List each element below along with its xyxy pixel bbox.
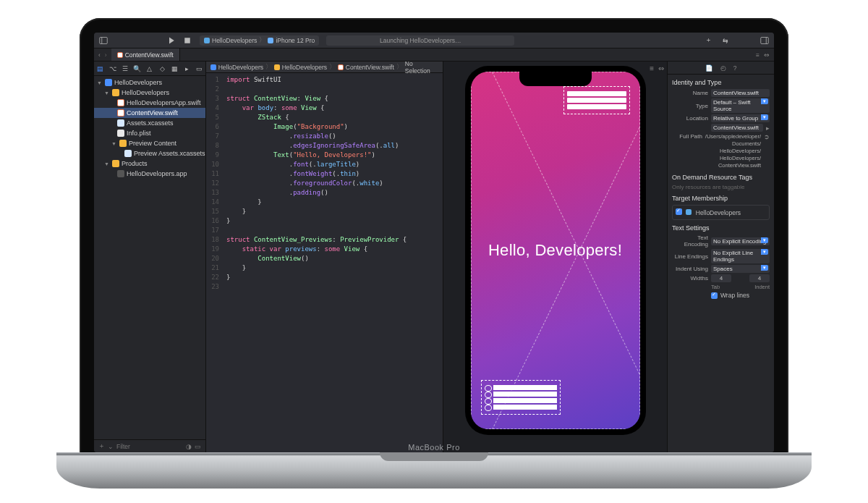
- indent-using-select[interactable]: Spaces: [711, 265, 770, 273]
- editor-area: HelloDevelopers 〉 HelloDevelopers 〉 Cont…: [206, 62, 667, 452]
- svg-rect-3: [184, 38, 190, 43]
- scheme-target: HelloDevelopers: [212, 37, 257, 44]
- code-text[interactable]: import SwiftUI struct ContentView: View …: [222, 73, 443, 452]
- file-inspector-icon[interactable]: 📄: [705, 64, 713, 72]
- code-editor-pane: HelloDevelopers 〉 HelloDevelopers 〉 Cont…: [206, 62, 443, 452]
- sidebar-toggle-icon[interactable]: [98, 35, 109, 46]
- device-bezel: Hello, Developers!: [465, 66, 646, 435]
- location-file: ContentView.swift: [711, 124, 763, 132]
- svg-rect-4: [761, 37, 769, 43]
- section-odr: On Demand Resource Tags: [672, 174, 770, 181]
- recent-filter-icon[interactable]: ◑: [186, 443, 192, 450]
- debug-navigator-icon[interactable]: ▦: [170, 64, 179, 74]
- tree-file-assets[interactable]: Assets.xcassets: [94, 118, 205, 128]
- svg-rect-0: [100, 37, 108, 43]
- activity-status: Launching HelloDevelopers…: [326, 35, 514, 46]
- symbol-navigator-icon[interactable]: ☰: [121, 64, 129, 74]
- navigator-filter: ＋ ⌄ Filter ◑ ▭: [94, 439, 205, 452]
- full-path: /Users/appledeveloper/ Documents/ HelloD…: [705, 133, 761, 169]
- add-target-icon[interactable]: ＋: [98, 442, 105, 451]
- history-inspector-icon[interactable]: ◴: [720, 64, 726, 72]
- source-control-icon[interactable]: ⌥: [109, 64, 117, 74]
- odr-placeholder: Only resources are taggable: [672, 184, 770, 190]
- section-text-settings: Text Settings: [672, 224, 770, 232]
- scheme-selector[interactable]: HelloDevelopers 〉 iPhone 12 Pro: [200, 35, 319, 46]
- filter-icon[interactable]: ⌄: [108, 443, 114, 450]
- wrap-lines-checkbox[interactable]: [711, 292, 718, 299]
- line-gutter: 1234567891011121314151617181920212223: [206, 73, 222, 452]
- wireframe-bottom-left: [481, 380, 561, 415]
- toolbar: HelloDevelopers 〉 iPhone 12 Pro Launchin…: [94, 33, 774, 48]
- laptop-hinge-notch: [380, 452, 488, 461]
- location-select[interactable]: Relative to Group: [711, 114, 770, 122]
- add-icon[interactable]: ＋: [703, 35, 713, 46]
- section-identity: Identity and Type: [672, 79, 770, 86]
- main-area: ▤ ⌥ ☰ 🔍 △ ◇ ▦ ▸ ▭ ▼ HelloDevelopers: [94, 62, 774, 452]
- target-membership-box: HelloDevelopers: [672, 205, 770, 220]
- tab-width-field[interactable]: 4: [711, 274, 731, 282]
- help-inspector-icon[interactable]: ?: [733, 64, 737, 72]
- laptop-brand: MacBook Pro: [408, 443, 460, 452]
- code-review-icon[interactable]: ⇆: [720, 35, 731, 46]
- editor-options-icon[interactable]: ≡: [756, 51, 760, 59]
- target-checkbox[interactable]: [676, 208, 682, 215]
- preview-text: Hello, Developers!: [488, 241, 622, 260]
- canvas-options-icon[interactable]: ≡: [650, 64, 654, 72]
- run-icon[interactable]: [166, 35, 176, 46]
- tree-file-app[interactable]: HelloDevelopersApp.swift: [94, 98, 205, 108]
- tab-nav: ‹ ›: [94, 48, 111, 61]
- tab-contentview[interactable]: ContentView.swift: [111, 48, 180, 61]
- type-select[interactable]: Default – Swift Source: [711, 98, 770, 113]
- laptop-frame: HelloDevelopers 〉 iPhone 12 Pro Launchin…: [80, 18, 788, 467]
- encoding-select[interactable]: No Explicit Encoding: [711, 237, 770, 245]
- reveal-in-finder-icon[interactable]: ▸: [766, 124, 770, 132]
- inspector: 📄 ◴ ? Identity and Type Name ContentView…: [667, 62, 774, 452]
- tree-group[interactable]: ▼ HelloDevelopers: [94, 88, 205, 98]
- report-navigator-icon[interactable]: ▭: [195, 64, 203, 74]
- indent-width-field[interactable]: 4: [749, 274, 770, 282]
- breakpoint-navigator-icon[interactable]: ▸: [182, 64, 191, 74]
- test-navigator-icon[interactable]: ◇: [158, 64, 166, 74]
- tree-product-app[interactable]: HelloDevelopers.app: [94, 169, 205, 179]
- tab-label: ContentView.swift: [125, 51, 174, 59]
- app-preview[interactable]: Hello, Developers!: [471, 72, 640, 429]
- tree-project-root[interactable]: ▼ HelloDevelopers: [94, 77, 205, 88]
- find-navigator-icon[interactable]: 🔍: [133, 64, 142, 74]
- project-tree: ▼ HelloDevelopers ▼ HelloDevelopers Hell…: [94, 76, 205, 439]
- filter-field[interactable]: Filter: [116, 443, 183, 450]
- screen: HelloDevelopers 〉 iPhone 12 Pro Launchin…: [94, 33, 774, 452]
- tree-products-group[interactable]: ▼ Products: [94, 158, 205, 169]
- wireframe-top-right: [563, 86, 630, 114]
- library-icon[interactable]: [760, 35, 770, 46]
- navigator-tabs: ▤ ⌥ ☰ 🔍 △ ◇ ▦ ▸ ▭: [94, 62, 205, 76]
- tree-preview-group[interactable]: ▼ Preview Content: [94, 138, 205, 148]
- forward-icon[interactable]: ›: [105, 51, 107, 59]
- tree-preview-assets[interactable]: Preview Assets.xcassets: [94, 148, 205, 158]
- source-editor[interactable]: 1234567891011121314151617181920212223 im…: [206, 73, 443, 452]
- svg-marker-2: [169, 37, 174, 43]
- scheme-device: iPhone 12 Pro: [276, 37, 315, 44]
- navigator: ▤ ⌥ ☰ 🔍 △ ◇ ▦ ▸ ▭ ▼ HelloDevelopers: [94, 62, 206, 452]
- scm-filter-icon[interactable]: ▭: [195, 443, 201, 450]
- jump-bar[interactable]: HelloDevelopers 〉 HelloDevelopers 〉 Cont…: [206, 62, 443, 73]
- stop-icon[interactable]: [182, 35, 192, 46]
- name-field[interactable]: ContentView.swift: [711, 89, 770, 97]
- back-icon[interactable]: ‹: [98, 51, 101, 59]
- project-navigator-icon[interactable]: ▤: [96, 64, 105, 74]
- tree-file-info[interactable]: Info.plist: [94, 128, 205, 138]
- adjust-editor-icon[interactable]: ⇔: [764, 51, 770, 59]
- issue-navigator-icon[interactable]: △: [145, 64, 154, 74]
- canvas-preview: ≡ ⇔ Hello, Developers!: [443, 62, 667, 452]
- show-in-finder-icon[interactable]: ➲: [764, 133, 770, 140]
- canvas-expand-icon[interactable]: ⇔: [658, 64, 664, 72]
- device-notch: [519, 72, 592, 86]
- inspector-tabs: 📄 ◴ ?: [668, 62, 774, 75]
- line-endings-select[interactable]: No Explicit Line Endings: [711, 249, 770, 263]
- tree-file-contentview[interactable]: ContentView.swift: [94, 108, 205, 118]
- section-target-membership: Target Membership: [672, 195, 770, 202]
